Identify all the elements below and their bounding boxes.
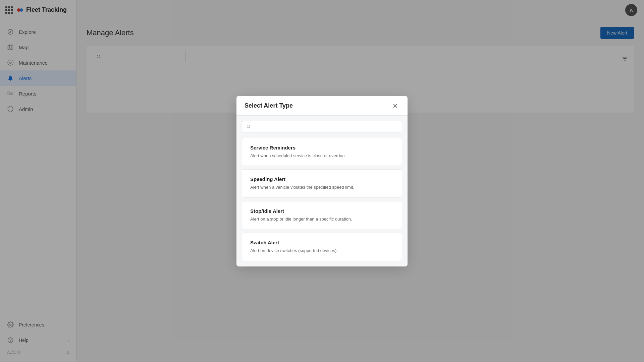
main-content: A Manage Alerts New Alert [76, 0, 644, 362]
alert-card-desc: Alert when a vehicle violates the specif… [250, 184, 394, 191]
modal-overlay: Select Alert Type ✕ Service Reminders Al… [0, 0, 644, 362]
dialog-search-input-wrapper[interactable] [242, 121, 402, 132]
alert-type-list: Service Reminders Alert when scheduled s… [236, 135, 408, 266]
alert-card-title: Speeding Alert [250, 176, 394, 182]
dialog-search-area [236, 116, 408, 135]
alert-type-card-stop-idle-alert[interactable]: Stop/Idle Alert Alert on a stop or idle … [242, 201, 402, 230]
alert-type-card-switch-alert[interactable]: Switch Alert Alert on device switches (s… [242, 233, 402, 261]
svg-line-19 [250, 127, 250, 128]
svg-point-18 [247, 125, 250, 128]
alert-type-card-service-reminders[interactable]: Service Reminders Alert when scheduled s… [242, 138, 402, 166]
alert-card-title: Switch Alert [250, 240, 394, 245]
dialog-search-field[interactable] [254, 124, 398, 129]
select-alert-type-dialog: Select Alert Type ✕ Service Reminders Al… [236, 96, 408, 266]
alert-card-title: Stop/Idle Alert [250, 208, 394, 214]
alert-card-title: Service Reminders [250, 145, 394, 150]
alert-card-desc: Alert on a stop or idle longer than a sp… [250, 216, 394, 223]
alert-card-desc: Alert when scheduled service is close or… [250, 153, 394, 159]
dialog-header: Select Alert Type ✕ [236, 96, 408, 116]
dialog-title: Select Alert Type [245, 102, 293, 109]
alert-type-card-speeding-alert[interactable]: Speeding Alert Alert when a vehicle viol… [242, 169, 402, 198]
alert-card-desc: Alert on device switches (supported devi… [250, 247, 394, 254]
dialog-close-button[interactable]: ✕ [391, 102, 399, 110]
dialog-search-icon [246, 124, 251, 129]
